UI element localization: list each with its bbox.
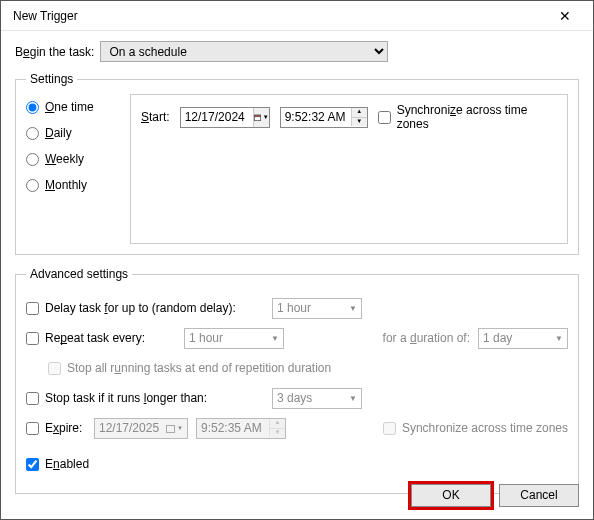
titlebar: New Trigger ✕ (1, 1, 593, 31)
expire-time-picker: 9:52:35 AM ▲▼ (196, 418, 286, 439)
start-label: Start: (141, 110, 170, 124)
start-time-input[interactable] (281, 108, 351, 127)
advanced-group: Advanced settings Delay task for up to (… (15, 267, 579, 494)
advanced-legend: Advanced settings (26, 267, 132, 281)
sync-timezones-input[interactable] (378, 111, 391, 124)
radio-monthly-input[interactable] (26, 179, 39, 192)
expire-date-picker: 12/17/2025 ▼ (94, 418, 188, 439)
delay-value-combo: 1 hour▼ (272, 298, 362, 319)
schedule-panel: Start: ▼ ▲▼ (130, 94, 568, 244)
begin-task-select[interactable]: On a schedule (100, 41, 388, 62)
repeat-task-check[interactable]: Repeat task every: (26, 331, 176, 345)
stop-longer-check[interactable]: Stop task if it runs longer than: (26, 391, 264, 405)
expire-input[interactable] (26, 422, 39, 435)
ok-button[interactable]: OK (411, 484, 491, 507)
settings-legend: Settings (26, 72, 77, 86)
sync-timezones-check[interactable]: Synchronize across time zones (378, 103, 557, 131)
radio-weekly[interactable]: Weekly (26, 152, 116, 166)
repeat-duration-label: for a duration of: (383, 331, 470, 345)
enabled-check[interactable]: Enabled (26, 457, 89, 471)
settings-group: Settings One time Daily Weekly (15, 72, 579, 255)
window-title: New Trigger (9, 9, 545, 23)
new-trigger-dialog: New Trigger ✕ Begin the task: On a sched… (0, 0, 594, 520)
close-button[interactable]: ✕ (545, 8, 585, 24)
delay-task-check[interactable]: Delay task for up to (random delay): (26, 301, 264, 315)
stop-longer-input[interactable] (26, 392, 39, 405)
repeat-interval-combo: 1 hour▼ (184, 328, 284, 349)
time-spinner[interactable]: ▲▼ (351, 108, 367, 126)
radio-one-time[interactable]: One time (26, 100, 116, 114)
start-date-input[interactable] (181, 108, 253, 127)
stop-all-input (48, 362, 61, 375)
time-spinner: ▲▼ (269, 419, 285, 437)
start-time-picker[interactable]: ▲▼ (280, 107, 368, 128)
expire-sync-input (383, 422, 396, 435)
svg-rect-2 (167, 425, 175, 432)
calendar-icon[interactable]: ▼ (253, 108, 269, 127)
calendar-icon: ▼ (166, 424, 183, 433)
cancel-button[interactable]: Cancel (499, 484, 579, 507)
delay-task-input[interactable] (26, 302, 39, 315)
radio-monthly[interactable]: Monthly (26, 178, 116, 192)
enabled-input[interactable] (26, 458, 39, 471)
svg-rect-1 (254, 115, 260, 117)
radio-daily[interactable]: Daily (26, 126, 116, 140)
start-date-picker[interactable]: ▼ (180, 107, 270, 128)
repeat-task-input[interactable] (26, 332, 39, 345)
radio-weekly-input[interactable] (26, 153, 39, 166)
stop-longer-combo: 3 days▼ (272, 388, 362, 409)
repeat-duration-combo: 1 day▼ (478, 328, 568, 349)
radio-daily-input[interactable] (26, 127, 39, 140)
radio-one-time-input[interactable] (26, 101, 39, 114)
begin-task-label: Begin the task: (15, 45, 94, 59)
expire-sync-check: Synchronize across time zones (383, 421, 568, 435)
expire-check[interactable]: Expire: (26, 421, 86, 435)
stop-all-check: Stop all running tasks at end of repetit… (48, 361, 331, 375)
